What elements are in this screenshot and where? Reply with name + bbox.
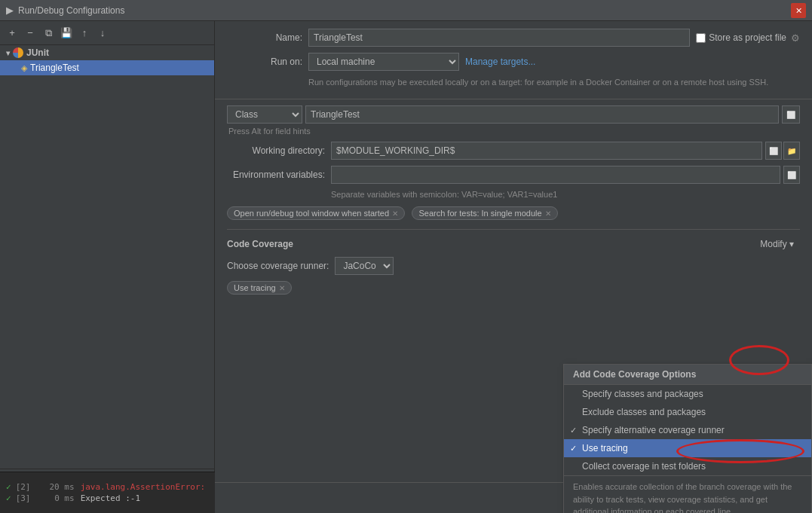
store-project-label[interactable]: Store as project file (696, 32, 786, 43)
move-down-button[interactable]: ↓ (95, 26, 110, 41)
terminal-text-2: Expected :-1 (81, 493, 140, 503)
remove-config-button[interactable]: − (23, 26, 38, 41)
coverage-section: Code Coverage Modify ▾ Choose coverage r… (227, 229, 800, 295)
tags-section: Open run/debug tool window when started … (227, 206, 800, 220)
runner-label: Choose coverage runner: (227, 261, 329, 271)
working-dir-input[interactable] (331, 142, 762, 160)
config-tree: ▾ JUnit ◈ TriangleTest (0, 45, 214, 469)
tag-chip-1: Open run/debug tool window when started … (227, 206, 405, 220)
coverage-dropdown: Add Code Coverage Options Specify classe… (563, 364, 812, 513)
add-config-button[interactable]: + (5, 26, 20, 41)
terminal-row-1: ✓ [2] 20 ms java.lang.AssertionError: (0, 481, 215, 493)
terminal-bar: ✓ [2] 20 ms java.lang.AssertionError: ✓ … (0, 472, 215, 513)
move-up-button[interactable]: ↑ (77, 26, 92, 41)
check-icon: ✓ (6, 482, 11, 492)
tag-chip-2: Search for tests: In single module ✕ (412, 206, 557, 220)
runner-select[interactable]: JaCoCo (335, 257, 394, 275)
dropdown-item-exclude-classes[interactable]: Exclude classes and packages (564, 403, 811, 421)
env-hint-text: Separate variables with semicolon: VAR=v… (331, 190, 800, 199)
title-bar: ▶ Run/Debug Configurations ✕ (0, 0, 812, 21)
env-vars-input[interactable] (331, 166, 780, 184)
coverage-header: Code Coverage Modify ▾ (227, 237, 800, 251)
terminal-num-1: [2] (16, 482, 38, 492)
dropdown-item-collect-coverage[interactable]: Collect coverage in test folders (564, 457, 811, 475)
working-dir-folder-button[interactable]: 📁 (783, 142, 800, 160)
run-on-select[interactable]: Local machine (308, 53, 459, 71)
triangle-test-item[interactable]: ◈ TriangleTest (0, 60, 214, 75)
junit-tree-parent[interactable]: ▾ JUnit (0, 45, 214, 60)
tracing-chips-row: Use tracing ✕ (227, 281, 800, 295)
coverage-runner-row: Choose coverage runner: JaCoCo (227, 257, 800, 275)
class-input[interactable] (305, 105, 779, 124)
use-tracing-chip: Use tracing ✕ (227, 281, 292, 295)
right-panel: Name: Store as project file ⚙ Run on: Lo… (215, 21, 812, 513)
run-debug-icon: ▶ (6, 5, 14, 16)
working-dir-label: Working directory: (227, 145, 325, 156)
toolbar: + − ⧉ 💾 ↑ ↓ (0, 21, 214, 45)
env-vars-expand-button[interactable]: ⬜ (783, 166, 800, 184)
working-dir-file-button[interactable]: ⬜ (765, 142, 782, 160)
dropdown-item-alt-runner[interactable]: ✓ Specify alternative coverage runner (564, 421, 811, 439)
left-panel: + − ⧉ 💾 ↑ ↓ ▾ JUnit ◈ TriangleTest Edit … (0, 21, 215, 513)
junit-icon (13, 47, 23, 58)
triangle-test-label: TriangleTest (30, 63, 79, 73)
use-tracing-close-icon[interactable]: ✕ (279, 284, 285, 292)
run-info-text: Run configurations may be executed local… (308, 77, 800, 88)
manage-targets-link[interactable]: Manage targets... (465, 56, 535, 67)
terminal-time-1: 20 ms (44, 482, 75, 492)
modify-button[interactable]: Modify ▾ (754, 237, 800, 251)
hint-text: Press Alt for field hints (228, 127, 800, 136)
env-vars-row: Environment variables: ⬜ (227, 166, 800, 184)
tag1-close-icon[interactable]: ✕ (392, 209, 398, 218)
class-row: Class ⬜ (227, 105, 800, 124)
store-gear-button[interactable]: ⚙ (791, 32, 800, 44)
name-label: Name: (227, 32, 302, 43)
check-icon-4: ✓ (570, 444, 582, 453)
terminal-num-2: [3] (16, 493, 38, 503)
terminal-time-2: 0 ms (44, 493, 75, 503)
config-header: Name: Store as project file ⚙ Run on: Lo… (215, 21, 812, 99)
env-vars-label: Environment variables: (227, 169, 325, 180)
tree-expand-icon: ▾ (6, 49, 10, 57)
copy-config-button[interactable]: ⧉ (41, 26, 56, 41)
dropdown-description: Enables accurate collection of the branc… (564, 475, 811, 513)
junit-label: JUnit (26, 47, 49, 58)
run-on-label: Run on: (227, 56, 302, 67)
class-type-select[interactable]: Class (227, 105, 302, 124)
dropdown-item-use-tracing[interactable]: ✓ Use tracing (564, 439, 811, 457)
store-project-checkbox[interactable] (696, 33, 706, 43)
check-icon-3: ✓ (570, 426, 582, 435)
terminal-row-2: ✓ [3] 0 ms Expected :-1 (0, 493, 215, 504)
coverage-title: Code Coverage (227, 239, 293, 249)
dropdown-item-specify-classes[interactable]: Specify classes and packages (564, 385, 811, 403)
tag2-close-icon[interactable]: ✕ (545, 209, 551, 218)
name-input[interactable] (308, 29, 690, 47)
check-icon-2: ✓ (6, 493, 11, 503)
title-bar-text: Run/Debug Configurations (18, 5, 124, 16)
close-button[interactable]: ✕ (791, 3, 806, 18)
terminal-error-1: java.lang.AssertionError: (81, 482, 206, 492)
class-browse-button[interactable]: ⬜ (782, 105, 800, 124)
dropdown-header: Add Code Coverage Options (564, 365, 811, 385)
working-dir-row: Working directory: ⬜ 📁 (227, 142, 800, 160)
save-config-button[interactable]: 💾 (59, 26, 74, 41)
test-icon: ◈ (21, 63, 27, 73)
